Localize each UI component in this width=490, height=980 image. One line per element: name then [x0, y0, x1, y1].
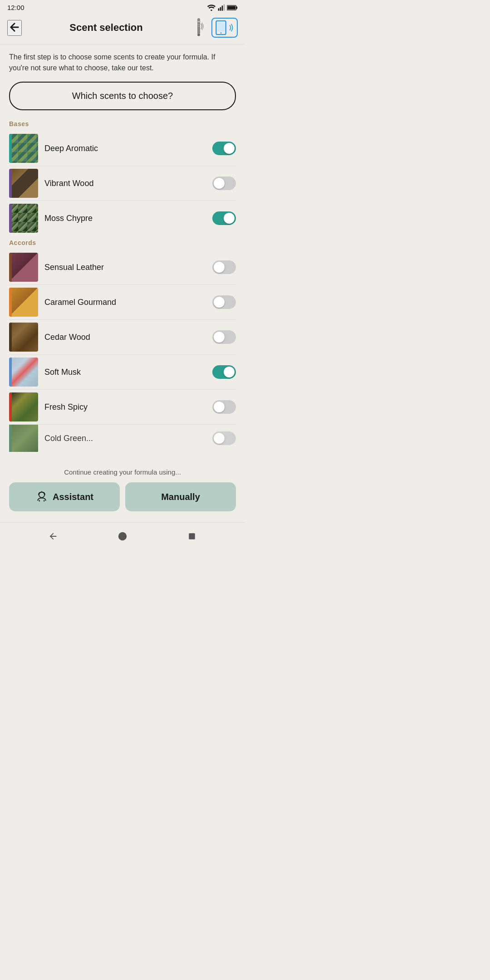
scent-name-cedar-wood: Cedar Wood — [44, 333, 206, 342]
scent-name-vibrant-wood: Vibrant Wood — [44, 179, 206, 188]
scent-item-soft-musk[interactable]: Soft Musk — [9, 355, 236, 390]
svg-rect-11 — [217, 22, 225, 32]
nav-back-button[interactable] — [47, 530, 59, 543]
pen-device-icon[interactable] — [191, 18, 207, 38]
quiz-button[interactable]: Which scents to choose? — [9, 82, 236, 110]
scent-item-vibrant-wood[interactable]: Vibrant Wood — [9, 166, 236, 201]
scent-thumb-sensual-leather — [9, 253, 38, 282]
svg-point-17 — [118, 532, 127, 540]
continue-text: Continue creating your formula using... — [9, 468, 236, 476]
nav-home-button[interactable] — [116, 530, 129, 543]
assistant-icon — [35, 490, 48, 503]
battery-icon — [227, 4, 238, 11]
status-icons — [207, 4, 238, 11]
scent-item-moss-chypre[interactable]: Moss Chypre — [9, 201, 236, 235]
nav-recents-button[interactable] — [186, 530, 198, 543]
manually-label: Manually — [161, 492, 200, 502]
bases-list: Deep Aromatic Vibrant Wood Moss Chypre — [9, 131, 236, 235]
scent-thumb-soft-musk — [9, 358, 38, 387]
signal-icon — [218, 4, 225, 11]
scent-item-partial[interactable]: Cold Green... — [9, 425, 236, 452]
svg-rect-9 — [197, 21, 201, 22]
toggle-vibrant-wood[interactable] — [212, 176, 236, 190]
scent-thumb-caramel-gourmand — [9, 288, 38, 317]
svg-rect-3 — [224, 4, 225, 10]
toggle-caramel-gourmand[interactable] — [212, 295, 236, 309]
toggle-deep-aromatic[interactable] — [212, 142, 236, 155]
scent-item-sensual-leather[interactable]: Sensual Leather — [9, 250, 236, 285]
scent-item-caramel-gourmand[interactable]: Caramel Gourmand — [9, 285, 236, 320]
scent-name-sensual-leather: Sensual Leather — [44, 263, 206, 272]
svg-rect-6 — [227, 6, 235, 10]
toggle-soft-musk[interactable] — [212, 365, 236, 379]
svg-point-12 — [220, 32, 222, 34]
main-content: The first step is to choose some scents … — [0, 44, 245, 463]
svg-point-8 — [197, 34, 200, 36]
back-button[interactable] — [7, 20, 22, 36]
scent-name-deep-aromatic: Deep Aromatic — [44, 144, 206, 153]
scent-thumb-partial — [9, 425, 38, 452]
scent-name-caramel-gourmand: Caramel Gourmand — [44, 298, 206, 307]
toggle-cedar-wood[interactable] — [212, 330, 236, 344]
toggle-moss-chypre[interactable] — [212, 211, 236, 225]
wifi-icon — [207, 4, 216, 11]
header: Scent selection — [0, 13, 245, 44]
toggle-fresh-spicy[interactable] — [212, 400, 236, 414]
intro-text: The first step is to choose some scents … — [9, 52, 236, 74]
scent-thumb-vibrant-wood — [9, 169, 38, 198]
toggle-sensual-leather[interactable] — [212, 260, 236, 274]
svg-rect-0 — [218, 8, 220, 10]
header-actions — [191, 18, 238, 38]
scent-thumb-moss-chypre — [9, 204, 38, 233]
assistant-button[interactable]: Assistant — [9, 482, 120, 511]
scent-item-fresh-spicy[interactable]: Fresh Spicy — [9, 390, 236, 425]
scent-name-moss-chypre: Moss Chypre — [44, 214, 206, 223]
svg-rect-18 — [189, 533, 196, 539]
manually-button[interactable]: Manually — [125, 482, 236, 511]
scent-name-fresh-spicy: Fresh Spicy — [44, 402, 206, 412]
status-bar: 12:00 — [0, 0, 245, 13]
scent-thumb-deep-aromatic — [9, 134, 38, 163]
nav-bar — [0, 522, 245, 550]
scent-item-cedar-wood[interactable]: Cedar Wood — [9, 320, 236, 355]
scent-thumb-cedar-wood — [9, 323, 38, 352]
action-buttons: Assistant Manually — [9, 482, 236, 511]
bottom-area: Continue creating your formula using... … — [0, 463, 245, 519]
scent-thumb-fresh-spicy — [9, 392, 38, 421]
scent-name-partial: Cold Green... — [44, 434, 206, 443]
bases-section: Bases Deep Aromatic Vibrant Wood Moss Ch… — [9, 120, 236, 235]
accords-section: Accords Sensual Leather Caramel Gourmand… — [9, 239, 236, 452]
accords-list: Sensual Leather Caramel Gourmand Cedar W… — [9, 250, 236, 452]
page-title: Scent selection — [69, 22, 142, 34]
bases-label: Bases — [9, 120, 236, 127]
toggle-partial[interactable] — [212, 431, 236, 445]
svg-rect-2 — [222, 5, 223, 10]
accords-label: Accords — [9, 239, 236, 246]
assistant-label: Assistant — [53, 492, 93, 502]
tablet-device-icon[interactable] — [211, 18, 238, 38]
svg-rect-5 — [236, 6, 238, 9]
scent-name-soft-musk: Soft Musk — [44, 368, 206, 377]
status-time: 12:00 — [7, 4, 24, 11]
svg-rect-1 — [220, 7, 221, 10]
scent-item-deep-aromatic[interactable]: Deep Aromatic — [9, 131, 236, 166]
